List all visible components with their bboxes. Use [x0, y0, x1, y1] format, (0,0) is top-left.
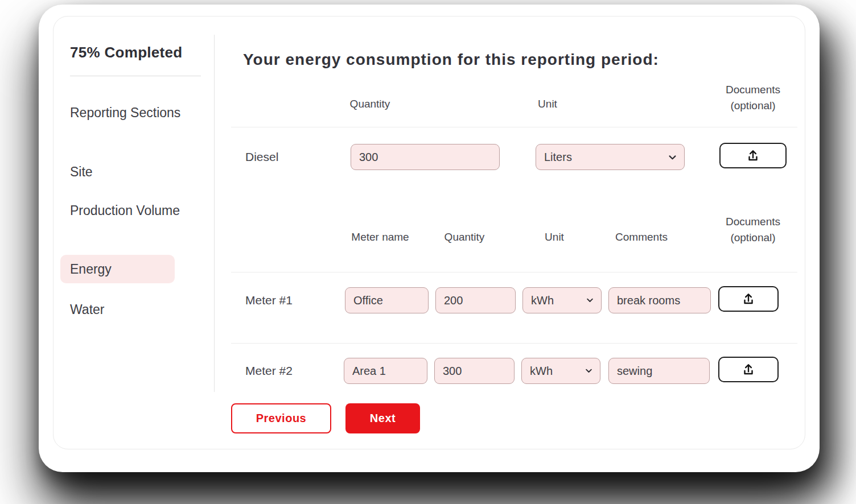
meter1-upload-button[interactable]	[718, 286, 779, 312]
meter2-unit-select-wrap: kWh	[521, 358, 600, 384]
meter-header-quantity: Quantity	[425, 231, 504, 243]
sidebar-item-reporting-sections[interactable]: Reporting Sections	[70, 103, 184, 122]
sidebar-item-production-volume[interactable]: Production Volume	[70, 201, 184, 220]
meter-header-comments: Comments	[602, 231, 681, 243]
report-panel: 75% Completed Reporting Sections Site Pr…	[53, 16, 805, 449]
meter1-comments-field-box	[608, 287, 711, 313]
sidebar-divider	[70, 76, 201, 76]
meter1-unit-select[interactable]: kWh	[522, 287, 602, 313]
next-button[interactable]: Next	[345, 403, 420, 433]
fuel-header-unit: Unit	[508, 98, 587, 110]
upload-icon	[741, 362, 756, 377]
progress-label: 75% Completed	[70, 44, 183, 61]
meter1-row-label: Meter #1	[245, 287, 293, 313]
meter-header-unit: Unit	[515, 231, 594, 243]
meter-header-documents: Documents (optional)	[707, 214, 799, 246]
fuel-table-divider	[231, 127, 797, 127]
fuel-header-quantity: Quantity	[330, 98, 410, 110]
meter2-quantity-field-box	[434, 358, 515, 384]
sidebar-item-energy-label: Energy	[70, 255, 112, 283]
meter1-quantity-field-box	[435, 287, 516, 313]
upload-icon	[746, 148, 760, 163]
sidebar-vertical-divider	[214, 35, 215, 392]
meter2-quantity-input[interactable]	[434, 358, 515, 384]
meter1-name-field-box	[345, 287, 429, 313]
previous-button[interactable]: Previous	[231, 403, 331, 433]
diesel-unit-select[interactable]: Liters	[536, 144, 685, 170]
sidebar-item-site[interactable]: Site	[70, 162, 93, 181]
diesel-quantity-input[interactable]	[351, 144, 500, 170]
diesel-quantity-field-box	[351, 144, 500, 170]
sidebar-item-energy[interactable]: Energy	[60, 255, 175, 283]
meter2-upload-button[interactable]	[718, 357, 779, 382]
meter-table-divider-2	[231, 343, 797, 344]
meter-header-name: Meter name	[340, 231, 420, 243]
report-card: 75% Completed Reporting Sections Site Pr…	[39, 5, 820, 472]
meter1-name-input[interactable]	[345, 287, 429, 313]
fuel-row-label: Diesel	[245, 144, 278, 170]
diesel-unit-select-wrap: Liters	[536, 144, 685, 170]
meter2-comments-input[interactable]	[608, 358, 710, 384]
page-title: Your energy consumption for this reporti…	[243, 51, 659, 69]
sidebar-item-water[interactable]: Water	[70, 300, 105, 319]
meter2-unit-select[interactable]: kWh	[521, 358, 600, 384]
meter2-name-field-box	[344, 358, 427, 384]
diesel-upload-button[interactable]	[719, 143, 787, 168]
meter-table-divider-1	[231, 272, 797, 272]
meter2-comments-field-box	[608, 358, 710, 384]
meter1-quantity-input[interactable]	[435, 287, 516, 313]
meter1-unit-select-wrap: kWh	[522, 287, 602, 313]
meter2-row-label: Meter #2	[245, 358, 293, 384]
meter2-name-input[interactable]	[344, 358, 427, 384]
fuel-header-documents: Documents (optional)	[707, 82, 799, 114]
meter1-comments-input[interactable]	[608, 287, 711, 313]
upload-icon	[741, 292, 756, 307]
